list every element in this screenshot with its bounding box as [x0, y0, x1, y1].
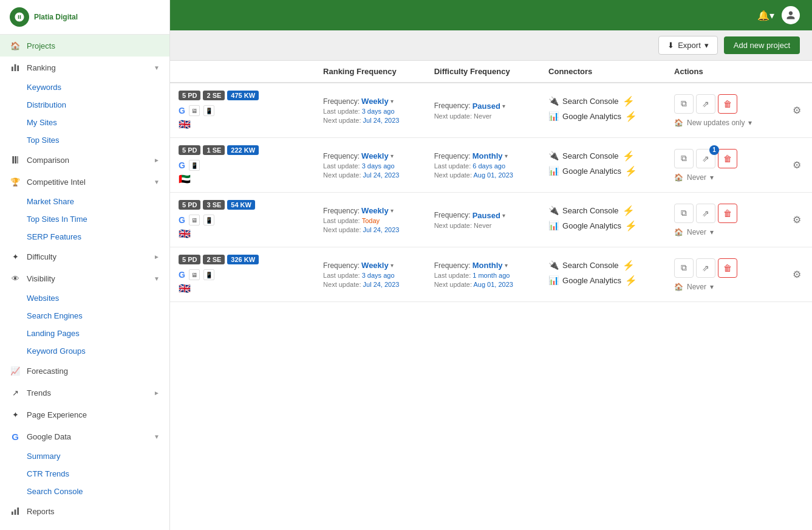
notify-row[interactable]: 🏠 New updates only ▾	[674, 119, 770, 127]
diff-freq-arrow: ▾	[502, 103, 505, 109]
ga-connector-icon: 📊	[548, 111, 559, 121]
nav-difficulty[interactable]: ✦ Difficulty	[0, 246, 169, 267]
ranking-freq-dropdown[interactable]: Frequency: Weekly ▾	[323, 206, 394, 215]
mobile-icon[interactable]: 📱	[189, 160, 200, 171]
sc-toggle[interactable]: ⚡	[623, 95, 635, 107]
star-icon: ✦	[10, 251, 21, 262]
notify-arrow: ▾	[710, 283, 714, 291]
nav-comparison[interactable]: Comparison	[0, 149, 169, 171]
sub-market-share[interactable]: Market Share	[0, 193, 169, 210]
sub-websites[interactable]: Websites	[0, 289, 169, 307]
google-chevron	[154, 433, 160, 440]
delete-button[interactable]: 🗑	[718, 94, 737, 114]
ranking-freq-dropdown[interactable]: Frequency: Weekly ▾	[323, 151, 394, 160]
sub-my-sites[interactable]: My Sites	[0, 114, 169, 131]
sub-serp-features[interactable]: SERP Features	[0, 228, 169, 246]
ga-toggle[interactable]: ⚡	[625, 111, 637, 122]
sub-distribution[interactable]: Distribution	[0, 96, 169, 114]
chart-up-icon: 📈	[10, 365, 21, 376]
notify-arrow: ▾	[710, 228, 714, 236]
sub-top-sites-time[interactable]: Top Sites In Time	[0, 210, 169, 228]
nav-reports[interactable]: Reports	[0, 500, 169, 522]
badge-row: 5 PD 2 SE 326 KW	[179, 255, 306, 264]
topbar: 🔔▾	[170, 0, 812, 30]
share-button[interactable]: ⇗	[696, 258, 715, 278]
nav-projects[interactable]: 🏠 Projects	[0, 35, 169, 57]
nav-forecasting[interactable]: 📈 Forecasting	[0, 360, 169, 382]
notify-row[interactable]: 🏠 Never ▾	[674, 228, 770, 236]
ranking-freq-cell: Frequency: Weekly ▾ Last update: 3 days …	[315, 83, 426, 138]
sub-search-console[interactable]: Search Console	[0, 483, 169, 500]
sub-top-sites[interactable]: Top Sites	[0, 131, 169, 149]
mobile-icon[interactable]: 📱	[203, 105, 214, 116]
diff-freq-value: Paused	[473, 211, 500, 220]
trends-chevron	[154, 390, 160, 396]
sub-keywords[interactable]: Keywords	[0, 78, 169, 96]
svg-rect-1	[15, 64, 16, 71]
ga-toggle[interactable]: ⚡	[625, 220, 637, 232]
mobile-icon[interactable]: 📱	[203, 215, 214, 225]
notify-label: New updates only	[687, 119, 745, 127]
delete-button[interactable]: 🗑	[718, 258, 737, 278]
nav-difficulty-label: Difficulty	[27, 252, 148, 261]
copy-button[interactable]: ⧉	[674, 149, 694, 168]
row-settings-gear[interactable]: ⚙	[793, 269, 801, 280]
ga-toggle[interactable]: ⚡	[625, 275, 637, 286]
sub-search-engines[interactable]: Search Engines	[0, 307, 169, 325]
sub-keyword-groups[interactable]: Keyword Groups	[0, 342, 169, 360]
nav-ranking[interactable]: Ranking	[0, 57, 169, 78]
ga-toggle[interactable]: ⚡	[625, 165, 637, 177]
copy-button[interactable]: ⧉	[674, 258, 694, 278]
nav-trends[interactable]: ↗ Trends	[0, 382, 169, 404]
difficulty-freq-dropdown[interactable]: Frequency: Paused ▾	[434, 102, 505, 111]
row-settings-gear[interactable]: ⚙	[793, 159, 801, 171]
nav-page-experience[interactable]: ✦ Page Experience	[0, 404, 169, 425]
copy-button[interactable]: ⧉	[674, 204, 694, 223]
sc-toggle[interactable]: ⚡	[623, 260, 635, 271]
copy-button[interactable]: ⧉	[674, 94, 694, 114]
row-settings-gear[interactable]: ⚙	[793, 214, 801, 225]
sc-connector-name: Search Console	[562, 97, 619, 106]
notify-row[interactable]: 🏠 Never ▾	[674, 283, 770, 291]
home-icon: 🏠	[10, 40, 21, 51]
desktop-icon[interactable]: 🖥	[189, 269, 200, 280]
delete-button[interactable]: 🗑	[718, 204, 737, 223]
difficulty-freq-dropdown[interactable]: Frequency: Monthly ▾	[434, 261, 508, 270]
pd-badge: 5 PD	[179, 145, 200, 155]
user-avatar[interactable]	[782, 6, 800, 24]
sc-toggle[interactable]: ⚡	[623, 150, 635, 162]
sub-landing-pages[interactable]: Landing Pages	[0, 325, 169, 342]
difficulty-freq-dropdown[interactable]: Frequency: Paused ▾	[434, 211, 505, 220]
sc-connector-icon: 🔌	[548, 96, 559, 106]
ranking-freq-dropdown[interactable]: Frequency: Weekly ▾	[323, 97, 394, 106]
nav-ranking-label: Ranking	[27, 63, 148, 72]
ranking-freq-dropdown[interactable]: Frequency: Weekly ▾	[323, 261, 394, 270]
mobile-icon[interactable]: 📱	[203, 269, 214, 280]
sub-ctr-trends[interactable]: CTR Trends	[0, 465, 169, 483]
sub-summary[interactable]: Summary	[0, 447, 169, 465]
sc-toggle[interactable]: ⚡	[623, 205, 635, 216]
engine-row: G 🖥 📱	[179, 215, 306, 225]
col-connectors: Connectors	[540, 61, 666, 83]
row-settings-gear[interactable]: ⚙	[793, 105, 801, 116]
connectors-cell: 🔌 Search Console ⚡ 📊 Google Analytics ⚡	[540, 247, 666, 302]
ranking-freq-label: Frequency:	[323, 261, 360, 270]
delete-button[interactable]: 🗑	[718, 149, 737, 168]
nav-competitive-intel[interactable]: 🏆 Competitive Intel	[0, 171, 169, 193]
pd-badge: 5 PD	[179, 255, 200, 264]
nav-google-data[interactable]: G Google Data	[0, 425, 169, 447]
svg-rect-2	[17, 66, 19, 71]
notify-row[interactable]: 🏠 Never ▾	[674, 173, 770, 182]
share-badge: 1	[709, 145, 719, 155]
difficulty-freq-dropdown[interactable]: Frequency: Monthly ▾	[434, 151, 508, 160]
desktop-icon[interactable]: 🖥	[189, 105, 200, 116]
share-button[interactable]: ⇗	[696, 204, 715, 223]
nav-visibility[interactable]: 👁 Visibility	[0, 267, 169, 289]
share-button[interactable]: ⇗	[696, 94, 715, 114]
col-gear	[779, 61, 812, 83]
add-project-button[interactable]: Add new project	[724, 36, 800, 54]
notification-icon[interactable]: 🔔▾	[757, 10, 774, 21]
export-button[interactable]: ⬇ Export ▾	[658, 36, 718, 55]
desktop-icon[interactable]: 🖥	[189, 215, 200, 225]
diff-freq-label: Frequency:	[434, 152, 471, 160]
